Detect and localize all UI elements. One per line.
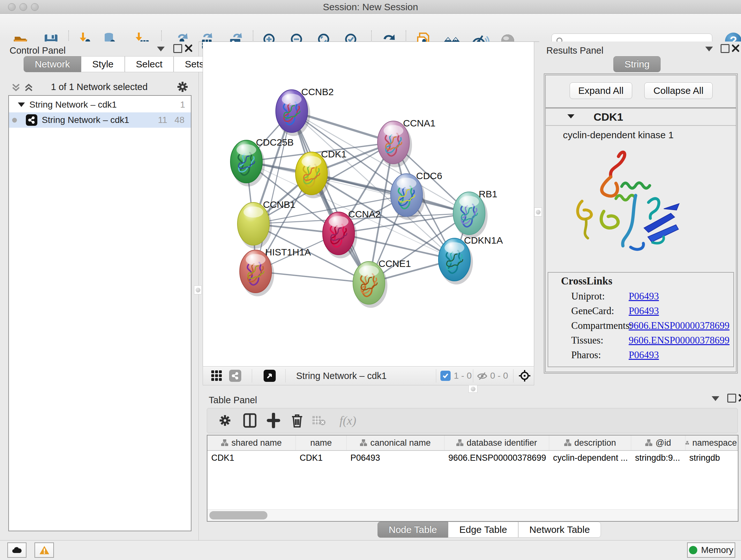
selected-checkbox-icon[interactable] (441, 371, 451, 381)
disclosure-triangle-icon[interactable] (18, 103, 25, 107)
column-header[interactable]: shared name (207, 435, 296, 450)
statusbar-separator (473, 369, 473, 382)
delete-table-icon[interactable] (310, 412, 328, 429)
memory-button[interactable]: Memory (687, 543, 735, 558)
protein-name: CDK1 (594, 111, 623, 123)
panel-menu-icon[interactable] (157, 47, 165, 51)
panel-float-icon[interactable] (173, 44, 182, 53)
scrollbar-thumb[interactable] (209, 511, 267, 519)
crosslink-link[interactable]: P06493 (629, 305, 659, 317)
string-view-icon[interactable] (229, 370, 241, 382)
node-label: RB1 (479, 189, 497, 199)
column-header[interactable]: description (549, 435, 631, 450)
table-toolbar: f(x) (207, 408, 738, 433)
network-tree: String Network – cdk1 1 String Network –… (8, 95, 192, 531)
panel-close-icon[interactable] (738, 394, 741, 402)
network-collection-row[interactable]: String Network – cdk1 1 (9, 97, 191, 112)
statusbar-separator (513, 369, 514, 382)
node-label: CDKN1A (464, 235, 503, 246)
crosslink-link[interactable]: P06493 (629, 349, 659, 361)
right-splitter-handle[interactable] (534, 207, 542, 216)
node-label: CCNB1 (263, 199, 295, 210)
tab-style[interactable]: Style (81, 56, 125, 72)
warnings-button[interactable] (35, 543, 54, 558)
tab-select[interactable]: Select (125, 56, 174, 72)
hidden-eye-icon[interactable] (477, 371, 488, 381)
column-header[interactable]: database identifier (445, 435, 549, 450)
table-horizontal-scrollbar[interactable] (207, 509, 738, 521)
crosslink-label: Compartments: (571, 320, 632, 331)
statusbar-separator (436, 369, 436, 382)
tab-string[interactable]: String (613, 56, 661, 72)
title-bar: Session: New Session (0, 0, 741, 14)
column-header[interactable]: @id (631, 435, 685, 450)
table-cell[interactable]: stringdb:9... (631, 451, 685, 465)
string-network-icon (26, 114, 37, 126)
panel-menu-icon[interactable] (712, 396, 719, 401)
crosslink-label: Uniprot: (571, 291, 605, 302)
table-cell[interactable]: CDK1 (296, 451, 347, 465)
control-panel-title: Control Panel (10, 45, 66, 56)
panel-float-icon[interactable] (721, 44, 730, 53)
table-cell[interactable]: 9606.ENSP00000378699 (445, 451, 549, 465)
expand-all-button[interactable]: Expand All (569, 82, 632, 99)
horizontal-splitter-handle[interactable] (468, 385, 477, 393)
left-splitter-handle[interactable] (194, 286, 202, 294)
table-header-row: shared namenamecanonical namedatabase id… (207, 435, 738, 451)
node-label: CCNA2 (348, 209, 381, 219)
column-header[interactable]: canonical name (347, 435, 445, 450)
status-bar: Memory (0, 540, 741, 560)
panel-float-icon[interactable] (727, 394, 736, 402)
crosslink-link[interactable]: P06493 (629, 291, 659, 302)
cytoscape-window: Session: New Session (0, 0, 741, 560)
panel-close-icon[interactable] (185, 44, 193, 52)
birdseye-view-icon[interactable] (264, 370, 276, 382)
gear-icon[interactable] (176, 80, 189, 93)
network-row-selected[interactable]: String Network – cdk1 11 48 (9, 112, 191, 128)
crosslink-link[interactable]: 9606.ENSP00000378699 (629, 320, 730, 331)
expand-collapse-box: Expand All Collapse All (545, 75, 737, 108)
grid-view-icon[interactable] (211, 370, 223, 382)
table-cell[interactable]: P06493 (347, 451, 445, 465)
node-label: CDK1 (321, 149, 347, 159)
collapse-all-button[interactable]: Collapse All (644, 82, 713, 99)
node-label: HIST1H1A (265, 247, 311, 257)
tab-network-table[interactable]: Network Table (518, 522, 601, 538)
statusbar-separator (285, 369, 286, 382)
crosslink-link[interactable]: 9606.ENSP00000378699 (629, 334, 730, 346)
network-canvas[interactable]: CCNB2CCNA1CDC25BCDK1CDC6RB1CCNB1CCNA2CDK… (203, 42, 534, 366)
control-panel: Control Panel Network Style Select Sets … (0, 42, 199, 540)
crosslink-label: Pharos: (571, 349, 601, 361)
main-toolbar: ? (0, 14, 741, 42)
protein-section: CDK1 cyclin-dependent kinase 1 (545, 108, 737, 372)
tab-node-table[interactable]: Node Table (378, 522, 448, 538)
collection-count: 1 (180, 100, 185, 110)
results-panel-title: Results Panel (546, 45, 603, 56)
create-column-icon[interactable] (265, 412, 282, 429)
function-builder-icon[interactable]: f(x) (333, 412, 362, 429)
panel-close-icon[interactable] (731, 44, 740, 52)
crosslink-label: Tissues: (571, 334, 603, 346)
cloud-button[interactable] (7, 543, 26, 558)
delete-column-icon[interactable] (288, 412, 306, 429)
column-header[interactable]: name (296, 435, 347, 450)
panel-menu-icon[interactable] (705, 47, 713, 51)
crosslink-label: GeneCard: (571, 305, 614, 317)
node-label: CCNE1 (379, 258, 411, 269)
protein-structure-image (568, 147, 692, 259)
show-columns-icon[interactable] (241, 412, 259, 429)
table-settings-gear-icon[interactable] (216, 412, 234, 429)
table-cell[interactable]: stringdb (685, 451, 737, 465)
protein-header[interactable]: CDK1 (546, 109, 736, 126)
current-network-dot (12, 118, 17, 123)
table-cell[interactable]: cyclin-dependent ... (549, 451, 631, 465)
network-selection-status: 1 of 1 Network selected (8, 82, 190, 92)
disclosure-triangle-icon[interactable] (567, 114, 575, 118)
tab-edge-table[interactable]: Edge Table (448, 522, 518, 538)
table-cell[interactable]: CDK1 (207, 451, 296, 465)
tab-network[interactable]: Network (23, 56, 81, 72)
table-row[interactable]: CDK1CDK1P064939606.ENSP00000378699cyclin… (207, 451, 738, 465)
column-header[interactable]: namespace (685, 435, 737, 450)
fit-content-icon[interactable] (518, 369, 531, 382)
control-panel-tabs: Network Style Select Sets (23, 56, 215, 72)
